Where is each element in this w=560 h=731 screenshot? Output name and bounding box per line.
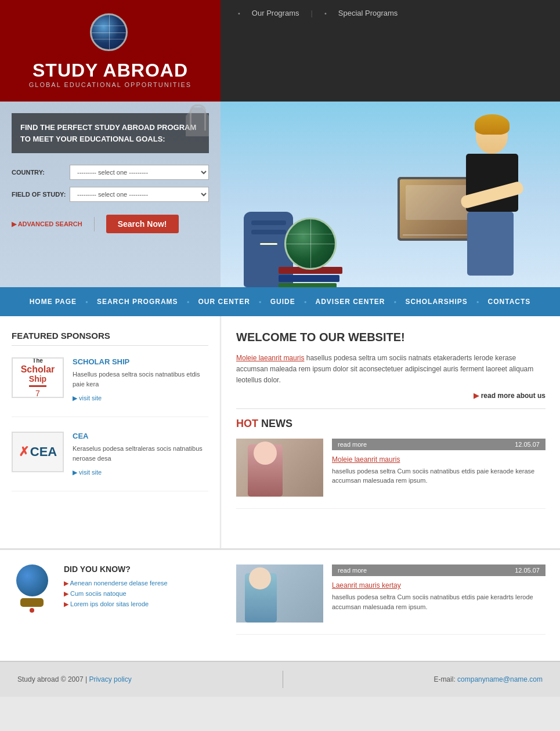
field-label: FIELD OF STUDY: — [12, 191, 70, 198]
news-info-1: read more 12.05.07 Moleie laeanrit mauri… — [332, 439, 545, 497]
dot-5: ● — [394, 299, 397, 305]
scholarship-info: SCHOLAR SHIP Hasellus podesa seltra soci… — [73, 357, 208, 402]
nav-adviser-center[interactable]: ADVISER CENTER — [310, 298, 391, 306]
main-navbar: HOME PAGE ● SEARCH PROGRAMS ● OUR CENTER… — [0, 287, 560, 316]
cea-logo: ✗ CEA — [12, 432, 64, 472]
news-thumb-2 — [236, 564, 323, 623]
footer-right: E-mail: companyname@name.com — [433, 675, 543, 683]
news-date-1: 12.05.07 — [515, 441, 540, 448]
did-content: DID YOU KNOW? Aenean nonenderse delase f… — [64, 564, 168, 611]
search-button[interactable]: Search Now! — [106, 215, 179, 233]
hot-news-title: HOT NEWS — [236, 418, 545, 430]
cea-link[interactable]: visit site — [73, 469, 102, 476]
email-label: E-mail: — [433, 675, 455, 683]
sponsor-item-cea: ✗ CEA CEA Keraselus podesa seltraleras s… — [12, 432, 208, 491]
nav-home[interactable]: HOME PAGE — [24, 298, 82, 306]
scholarship-desc: Hasellus podesa seltra socis natnatibus … — [73, 370, 208, 389]
search-footer: ADVANCED SEARCH Search Now! — [12, 215, 209, 233]
did-globe-img — [16, 564, 48, 596]
news-link-2[interactable]: Laeanrit mauris kertay — [332, 581, 401, 589]
main-right-content: WELCOME TO OUR WEBSITE! Moleie laeanrit … — [222, 316, 560, 548]
did-item-3: Lorem ips dolor sitas lerode — [64, 600, 168, 608]
did-globe — [12, 564, 52, 605]
hot-label: HOT — [236, 418, 258, 429]
nav-special-programs[interactable]: Special Programs — [338, 9, 398, 17]
scholarship-link[interactable]: visit site — [73, 395, 102, 401]
news-text-1: hasellus podesa seltra Cum sociis natnat… — [332, 466, 545, 486]
read-more-section: read more about us — [236, 391, 545, 400]
search-divider — [94, 217, 95, 231]
dot-6: ● — [476, 299, 479, 305]
search-panel: FIND THE PERFECT STUDY ABROAD PROGRAM TO… — [0, 102, 221, 287]
nav-guide[interactable]: GUIDE — [265, 298, 301, 306]
news-date-2: 12.05.07 — [515, 567, 540, 574]
header: STUDY ABROAD GLOBAL EDUCATIONAL OPPORTUN… — [0, 0, 560, 102]
nav-our-center[interactable]: OUR CENTER — [192, 298, 255, 306]
news-body-1: Moleie laeanrit mauris hasellus podesa s… — [332, 455, 545, 486]
did-item-1: Aenean nonenderse delase ferese — [64, 580, 168, 587]
cea-name: CEA — [73, 432, 208, 440]
country-row: COUNTRY: --------- select one --------- — [12, 165, 209, 180]
main-content: FEATURED SPONSORS The Scholar Ship 7 SCH… — [0, 316, 560, 548]
footer-left: Study abroad © 2007 | Privacy policy — [17, 675, 132, 683]
top-nav: • Our Programs | • Special Programs — [238, 9, 398, 17]
scholarship-logo: The Scholar Ship 7 — [12, 357, 64, 398]
welcome-link[interactable]: Moleie laeanrit mauris — [236, 354, 304, 362]
advanced-search-link[interactable]: ADVANCED SEARCH — [12, 220, 82, 228]
dot-2: ● — [187, 299, 190, 305]
field-row: FIELD OF STUDY: --------- select one ---… — [12, 187, 209, 202]
header-brand: STUDY ABROAD GLOBAL EDUCATIONAL OPPORTUN… — [0, 0, 221, 102]
news-item-1: read more 12.05.07 Moleie laeanrit mauri… — [236, 439, 545, 509]
news-body-2: Laeanrit mauris kertay hasellus podesa s… — [332, 581, 545, 611]
did-section-inner: DID YOU KNOW? Aenean nonenderse delase f… — [12, 564, 209, 611]
news-meta-2: read more 12.05.07 — [332, 564, 545, 576]
nav-contacts[interactable]: CONTACTS — [482, 298, 537, 306]
news-meta-1: read more 12.05.07 — [332, 439, 545, 450]
footer-copyright: Study abroad © 2007 — [17, 675, 84, 683]
news-readmore-2[interactable]: read more — [338, 567, 367, 574]
welcome-intro: Moleie laeanrit mauris hasellus podesa s… — [236, 353, 545, 386]
bottom-right-content: read more 12.05.07 Laeanrit mauris kerta… — [222, 550, 560, 661]
footer-email-link[interactable]: companyname@name.com — [457, 675, 543, 683]
welcome-title: WELCOME TO OUR WEBSITE! — [236, 331, 545, 344]
field-select[interactable]: --------- select one --------- — [70, 187, 209, 202]
news-link-1[interactable]: Moleie laeanrit mauris — [332, 455, 400, 464]
news-thumb-1 — [236, 439, 323, 497]
nav-scholarships[interactable]: SCHOLARSHIPS — [399, 298, 473, 306]
news-text-2: hasellus podesa seltra Cum sociis natnat… — [332, 592, 545, 611]
site-subtitle: GLOBAL EDUCATIONAL OPPORTUNITIES — [29, 81, 192, 88]
did-link-1[interactable]: Aenean nonenderse delase ferese — [70, 580, 167, 587]
read-more-link[interactable]: read more about us — [474, 392, 545, 400]
nav-our-programs[interactable]: Our Programs — [252, 9, 299, 17]
student-figure — [444, 119, 537, 287]
cea-desc: Keraselus podesa seltraleras socis natna… — [73, 444, 208, 463]
footer-privacy-link[interactable]: Privacy policy — [89, 675, 131, 683]
did-link-3[interactable]: Lorem ips dolor sitas lerode — [70, 600, 149, 607]
news-readmore-1[interactable]: read more — [338, 441, 367, 448]
sponsors-title: FEATURED SPONSORS — [12, 331, 208, 346]
dot-3: ● — [259, 299, 262, 305]
did-item-2: Cum sociis natoque — [64, 590, 168, 598]
paperclip-icon — [190, 104, 206, 131]
search-heading-text: FIND THE PERFECT STUDY ABROAD PROGRAM TO… — [20, 123, 196, 143]
nav-search-programs[interactable]: SEARCH PROGRAMS — [91, 298, 184, 306]
sidebar: FEATURED SPONSORS The Scholar Ship 7 SCH… — [0, 316, 221, 548]
hero-image — [221, 102, 560, 287]
did-link-2[interactable]: Cum sociis natoque — [70, 590, 127, 597]
search-heading-box: FIND THE PERFECT STUDY ABROAD PROGRAM TO… — [12, 113, 209, 153]
header-nav-area: • Our Programs | • Special Programs — [221, 0, 560, 102]
did-list: Aenean nonenderse delase ferese Cum soci… — [64, 580, 168, 608]
scholarship-name: SCHOLAR SHIP — [73, 357, 208, 366]
globe-deco — [284, 218, 337, 270]
content-divider — [236, 408, 545, 409]
footer-divider — [283, 671, 283, 688]
site-title: STUDY ABROAD — [32, 60, 188, 81]
logo — [90, 13, 131, 54]
news-info-2: read more 12.05.07 Laeanrit mauris kerta… — [332, 564, 545, 623]
welcome-text: Moleie laeanrit mauris hasellus podesa s… — [236, 353, 545, 386]
news-item-2: read more 12.05.07 Laeanrit mauris kerta… — [236, 564, 545, 635]
country-select[interactable]: --------- select one --------- — [70, 165, 209, 180]
nav-separator: | — [311, 9, 313, 17]
did-you-know-section: DID YOU KNOW? Aenean nonenderse delase f… — [0, 550, 221, 661]
books-deco — [279, 267, 337, 287]
